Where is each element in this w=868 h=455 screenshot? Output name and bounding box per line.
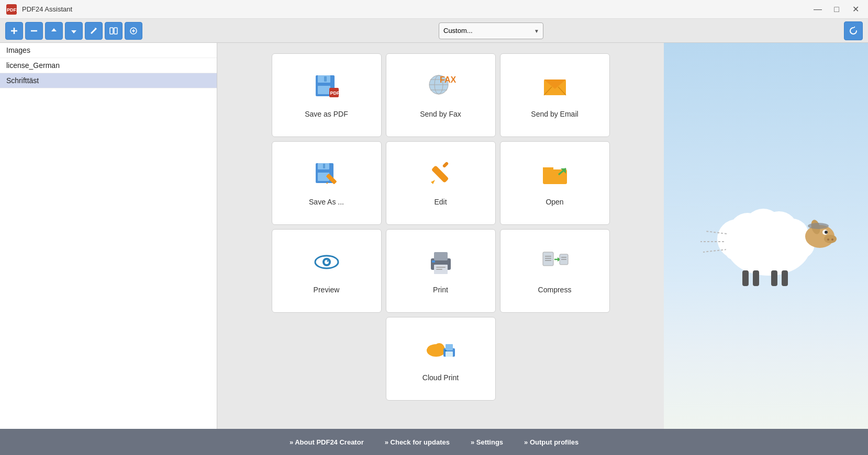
- actions-grid: PDF Save as PDF FAX: [272, 53, 610, 401]
- profile-selector-container[interactable]: Custom...: [439, 22, 543, 39]
- save-as-tile[interactable]: Save As ...: [272, 141, 382, 225]
- background-svg: [664, 43, 868, 429]
- svg-point-72: [827, 238, 829, 241]
- svg-rect-23: [323, 164, 325, 168]
- fax-icon: FAX: [425, 72, 457, 105]
- file-item-schrifttast[interactable]: Schrifttäst: [0, 73, 217, 88]
- compress-icon: [541, 248, 569, 280]
- svg-text:PDF24: PDF24: [7, 7, 18, 13]
- svg-point-75: [808, 223, 829, 229]
- svg-text:FAX: FAX: [440, 75, 456, 84]
- preview-tile[interactable]: Preview: [272, 229, 382, 313]
- window-controls: — □ ✕: [810, 2, 863, 17]
- svg-rect-2: [110, 28, 113, 34]
- minimize-button[interactable]: —: [810, 2, 825, 17]
- svg-rect-7: [324, 76, 327, 82]
- svg-rect-79: [782, 270, 788, 286]
- save-as-icon: [313, 160, 341, 192]
- footer: About PDF24 Creator Check for updates Se…: [0, 429, 868, 455]
- cloud-print-tile[interactable]: Cloud Print: [386, 317, 496, 401]
- svg-rect-8: [318, 86, 330, 94]
- svg-rect-30: [543, 169, 567, 184]
- edit-button[interactable]: [85, 22, 103, 40]
- print-tile[interactable]: Print: [386, 229, 496, 313]
- save-pdf-icon: PDF: [313, 72, 341, 105]
- compress-tile[interactable]: Compress: [500, 229, 610, 313]
- svg-point-70: [825, 231, 828, 234]
- send-by-email-tile[interactable]: Send by Email: [500, 53, 610, 137]
- settings-link[interactable]: Settings: [471, 438, 503, 446]
- app-title: PDF24 Assistant: [22, 5, 810, 13]
- save-as-label: Save As ...: [309, 198, 344, 206]
- svg-rect-29: [442, 162, 449, 168]
- svg-rect-57: [446, 351, 453, 357]
- svg-text:PDF: PDF: [330, 90, 340, 96]
- svg-rect-78: [771, 270, 777, 286]
- svg-rect-31: [543, 167, 553, 172]
- email-icon: [541, 72, 569, 105]
- main-content: Images license_German Schrifttäst PDF: [0, 43, 868, 429]
- maximize-button[interactable]: □: [829, 2, 844, 17]
- svg-rect-44: [543, 252, 553, 266]
- compress-label: Compress: [538, 286, 572, 294]
- close-button[interactable]: ✕: [848, 2, 863, 17]
- titlebar: PDF24 PDF24 Assistant — □ ✕: [0, 0, 868, 19]
- svg-rect-27: [431, 165, 449, 183]
- move-up-button[interactable]: [45, 22, 63, 40]
- svg-point-73: [831, 238, 833, 241]
- send-by-fax-tile[interactable]: FAX Send by Fax: [386, 53, 496, 137]
- open-tile[interactable]: Open: [500, 141, 610, 225]
- svg-rect-56: [446, 344, 453, 350]
- svg-point-71: [824, 235, 837, 243]
- file-list: Images license_German Schrifttäst: [0, 43, 217, 429]
- edit-tile-icon: [427, 160, 455, 192]
- profiles-link[interactable]: Output profiles: [524, 438, 578, 446]
- add-button[interactable]: [5, 22, 23, 40]
- preview-panel: [664, 43, 868, 429]
- open-label: Open: [546, 198, 563, 206]
- move-down-button[interactable]: [65, 22, 83, 40]
- svg-rect-39: [434, 252, 448, 260]
- open-icon: [541, 160, 569, 192]
- svg-rect-42: [436, 267, 446, 268]
- preview-icon: [313, 248, 341, 280]
- svg-point-54: [434, 343, 444, 354]
- svg-marker-28: [431, 180, 435, 184]
- send-by-email-label: Send by Email: [531, 110, 578, 118]
- save-as-pdf-tile[interactable]: PDF Save as PDF: [272, 53, 382, 137]
- svg-rect-41: [432, 260, 435, 263]
- refresh-button[interactable]: [844, 21, 863, 40]
- svg-rect-76: [742, 270, 749, 286]
- svg-rect-77: [753, 270, 759, 286]
- edit-label: Edit: [434, 198, 447, 206]
- print-label: Print: [433, 286, 448, 294]
- cloud-print-label: Cloud Print: [422, 373, 459, 382]
- file-item-license[interactable]: license_German: [0, 58, 217, 73]
- save-as-pdf-label: Save as PDF: [305, 110, 348, 118]
- file-item-images[interactable]: Images: [0, 43, 217, 58]
- about-link[interactable]: About PDF24 Creator: [290, 438, 364, 446]
- remove-button[interactable]: [25, 22, 43, 40]
- split-button[interactable]: [105, 22, 123, 40]
- svg-point-83: [726, 245, 740, 259]
- profile-dropdown[interactable]: Custom...: [439, 22, 543, 39]
- toolbar: Custom...: [0, 19, 868, 43]
- actions-area: PDF Save as PDF FAX: [217, 43, 664, 429]
- combine-button[interactable]: [125, 22, 142, 40]
- send-by-fax-label: Send by Fax: [420, 110, 461, 118]
- cloud-print-icon: [424, 336, 458, 368]
- print-icon: [427, 248, 455, 280]
- edit-tile[interactable]: Edit: [386, 141, 496, 225]
- preview-background: [664, 43, 868, 429]
- svg-rect-3: [114, 28, 117, 34]
- svg-rect-43: [436, 269, 442, 270]
- updates-link[interactable]: Check for updates: [385, 438, 450, 446]
- app-logo: PDF24: [5, 3, 18, 16]
- svg-point-37: [327, 260, 328, 262]
- svg-rect-58: [444, 350, 447, 351]
- preview-label: Preview: [314, 286, 340, 294]
